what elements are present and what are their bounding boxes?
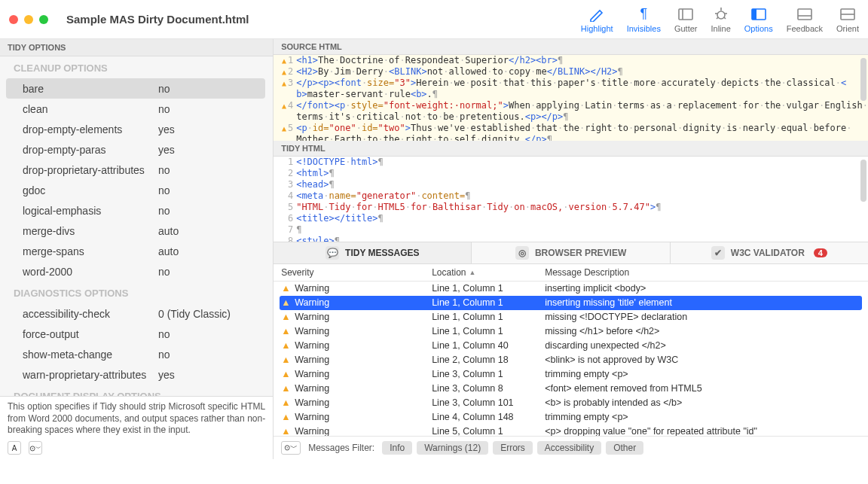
tool-orient[interactable]: Orient [836,6,859,33]
source-html-editor[interactable]: ▲1<h1>The·Doctrine·of·Respondeat·Superio… [274,55,868,141]
msg-description: inserting missing 'title' element [545,297,862,308]
warning-icon: ▲ [281,369,295,379]
col-location[interactable]: Location▲ [432,267,545,278]
option-value: no [158,205,170,217]
minimize-window-button[interactable] [24,15,33,24]
option-key: gdoc [23,184,158,196]
zoom-window-button[interactable] [39,15,48,24]
message-row[interactable]: ▲WarningLine 4, Column 148trimming empty… [280,410,862,425]
message-row[interactable]: ▲WarningLine 1, Column 1inserting missin… [280,296,862,310]
option-row[interactable]: drop-empty-elementsyes [0,119,271,139]
option-row[interactable]: drop-empty-parasyes [0,139,271,160]
col-severity[interactable]: Severity [281,267,432,278]
option-row[interactable]: merge-spansauto [0,241,271,261]
option-row[interactable]: cleanno [0,99,271,119]
col-description[interactable]: Message Description [545,267,868,278]
message-row[interactable]: ▲WarningLine 3, Column 101<b> is probabl… [280,396,862,410]
tool-label: Options [744,24,773,33]
msg-description: <blink> is not approved by W3C [545,355,862,365]
tool-feedback[interactable]: Feedback [787,6,823,33]
msg-location: Line 3, Column 1 [432,369,545,379]
scrollbar[interactable] [860,58,866,101]
filter-chip[interactable]: Other [606,441,643,455]
option-key: clean [23,103,158,115]
message-row[interactable]: ▲WarningLine 3, Column 1trimming empty <… [280,367,862,382]
msg-location: Line 1, Column 1 [432,283,545,294]
option-key: warn-proprietary-attributes [23,369,158,381]
option-row[interactable]: show-meta-changeno [0,344,271,364]
tool-inline[interactable]: Inline [711,6,731,33]
option-value: no [158,328,170,340]
option-value: auto [158,245,179,257]
msg-description: <p> dropping value "one" for repeated at… [545,426,862,436]
warning-icon: ▲ [281,326,295,336]
msg-severity: Warning [295,297,432,308]
message-row[interactable]: ▲WarningLine 3, Column 8<font> element r… [280,382,862,396]
option-key: merge-spans [23,245,158,257]
option-row[interactable]: word-2000no [0,261,271,282]
compass-icon: ◎ [515,246,529,260]
tab-w3c-validator[interactable]: ✔ W3C VALIDATOR 4 [670,242,868,263]
tool-gutter[interactable]: Gutter [674,6,698,33]
scrollbar[interactable] [860,160,866,202]
more-menu-button[interactable]: ⊙﹀ [281,441,301,455]
option-key: drop-proprietary-attributes [23,164,158,176]
option-key: drop-empty-elements [23,123,158,135]
svg-line-7 [724,17,726,19]
text-size-button[interactable]: A [8,441,21,455]
message-row[interactable]: ▲WarningLine 1, Column 1missing </h1> be… [280,324,862,339]
filter-chip[interactable]: Errors [493,441,533,455]
message-row[interactable]: ▲WarningLine 2, Column 18<blink> is not … [280,353,862,367]
option-row[interactable]: merge-divsauto [0,221,271,241]
option-row[interactable]: logical-emphasisno [0,200,271,221]
filter-chip[interactable]: Warnings (12) [417,441,488,455]
tab-browser-preview[interactable]: ◎ BROWSER PREVIEW [471,242,669,263]
msg-location: Line 3, Column 8 [432,383,545,394]
msg-severity: Warning [295,355,432,365]
warning-icon: ▲ [281,355,295,365]
option-key: word-2000 [23,266,158,278]
split-icon [838,6,857,23]
msg-description: trimming empty <p> [545,412,862,422]
option-row[interactable]: warn-proprietary-attributesyes [0,364,271,385]
message-row[interactable]: ▲WarningLine 1, Column 40discarding unex… [280,339,862,353]
filter-chip[interactable]: Info [382,441,412,455]
tab-label: TIDY MESSAGES [345,248,419,258]
option-row[interactable]: force-outputno [0,324,271,344]
svg-line-6 [717,17,718,19]
message-row[interactable]: ▲WarningLine 1, Column 1inserting implic… [280,282,862,296]
tool-highlight[interactable]: Highlight [581,6,613,33]
option-key: accessibility-check [23,308,158,320]
messages-list[interactable]: ▲WarningLine 1, Column 1inserting implic… [274,282,868,436]
msg-description: trimming empty <p> [545,369,862,379]
option-value: yes [158,369,175,381]
option-value: 0 (Tidy Classic) [158,308,231,320]
more-menu-button[interactable]: ⊙﹀ [29,441,42,455]
warning-icon: ▲ [281,383,295,394]
tool-options[interactable]: Options [744,6,773,33]
option-row[interactable]: bareno [6,78,265,99]
options-list[interactable]: CLEANUP OPTIONSbarenocleannodrop-empty-e… [0,56,273,396]
close-window-button[interactable] [9,15,18,24]
messages-header: Severity Location▲ Message Description [274,264,868,282]
tool-label: Invisibles [627,24,661,33]
message-row[interactable]: ▲WarningLine 5, Column 1<p> dropping val… [280,425,862,436]
window-controls [9,15,48,24]
tool-label: Orient [836,24,859,33]
filter-chip[interactable]: Accessibility [537,441,601,455]
option-row[interactable]: drop-proprietary-attributesno [0,160,271,180]
tab-tidy-messages[interactable]: 💬 TIDY MESSAGES [274,242,471,263]
option-row[interactable]: gdocno [0,180,271,200]
right-pane: SOURCE HTML ▲1<h1>The·Doctrine·of·Respon… [274,39,868,459]
option-row[interactable]: accessibility-check0 (Tidy Classic) [0,303,271,324]
titlebar: Sample MAS Dirty Document.html Highlight… [0,0,868,39]
msg-location: Line 3, Column 101 [432,397,545,408]
tool-invisibles[interactable]: ¶ Invisibles [627,6,661,33]
tidy-html-viewer[interactable]: 1<!DOCTYPE·html>¶2<html>¶3<head>¶4<meta·… [274,157,868,241]
option-value: no [158,164,170,176]
chat-icon: 💬 [326,246,339,260]
msg-location: Line 1, Column 1 [432,326,545,336]
section-header: CLEANUP OPTIONS [0,56,271,78]
message-row[interactable]: ▲WarningLine 1, Column 1missing <!DOCTYP… [280,310,862,324]
svg-rect-10 [798,9,811,20]
